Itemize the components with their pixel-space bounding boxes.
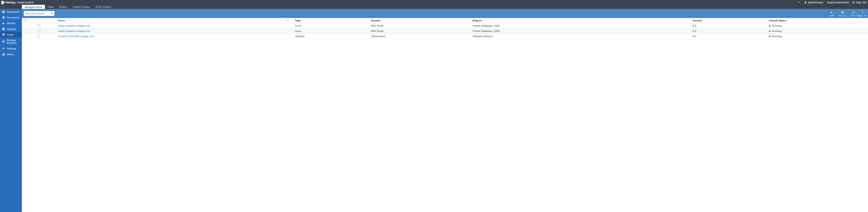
host-plugin: Oracle Database, UNIX	[470, 29, 690, 34]
sidebar-item-settings[interactable]: Settings	[0, 46, 22, 51]
sidebar-item-monitor[interactable]: Monitor	[0, 20, 22, 26]
status-dot-icon	[769, 36, 771, 37]
select-all-header[interactable]	[22, 18, 56, 23]
sidebar: DashboardResourcesMonitorReportsHostsSto…	[0, 5, 22, 212]
user-menu[interactable]: administrator	[804, 1, 824, 4]
help-icon[interactable]	[798, 2, 801, 3]
host-plugin: Oracle Database, UNIX	[470, 23, 690, 29]
tab-shares[interactable]: Shares	[57, 5, 70, 9]
refresh-label: Refresh	[850, 14, 857, 17]
tab-initiator-groups[interactable]: Initiator Groups	[70, 5, 93, 9]
host-version: 6.0	[690, 34, 767, 39]
caret-down-icon	[863, 14, 867, 18]
plus-icon	[830, 10, 834, 14]
filter-icon	[51, 12, 54, 15]
sidebar-item-label: Hosts	[7, 33, 13, 36]
host-status: Running	[767, 29, 868, 34]
tab-bar: Managed HostsDisksSharesInitiator Groups…	[22, 5, 868, 9]
search-input[interactable]	[24, 11, 50, 16]
column-version-header[interactable]: Version	[690, 18, 767, 23]
tab-disks[interactable]: Disks	[45, 5, 57, 9]
action-bar: Add Remove Refresh More	[22, 9, 868, 18]
brand-product: SnapCenter®	[17, 1, 33, 4]
table-row: ora01.solutions.netapp.comLinuxRAC NodeO…	[22, 23, 868, 29]
add-button[interactable]: Add	[826, 10, 837, 17]
host-system: RAC Node	[369, 23, 470, 29]
host-name-link[interactable]: ora01.solutions.netapp.com	[58, 24, 90, 27]
hosts-icon	[2, 33, 5, 36]
sidebar-item-reports[interactable]: Reports	[0, 26, 22, 32]
host-version: 6.0	[690, 29, 767, 34]
sidebar-item-storage[interactable]: Storage Systems	[0, 37, 22, 46]
row-checkbox[interactable]	[37, 24, 40, 27]
sidebar-item-label: Monitor	[7, 22, 16, 25]
table-row: ora02.solutions.netapp.comLinuxRAC NodeO…	[22, 29, 868, 34]
more-label: More	[858, 14, 863, 17]
sidebar-item-label: Reports	[7, 28, 16, 30]
sidebar-item-dashboard[interactable]: Dashboard	[0, 9, 22, 14]
remove-button: Remove	[837, 10, 848, 17]
sidebar-item-label: Settings	[7, 47, 17, 50]
host-system: RAC Node	[369, 29, 470, 34]
table-row: vcf-w01-scv6.sddc.netapp.comvSphereStand…	[22, 34, 868, 39]
host-name-link[interactable]: vcf-w01-scv6.sddc.netapp.com	[58, 35, 94, 38]
table-header-row: Name Type System Plug-in Version Overall…	[22, 18, 868, 23]
signout-button[interactable]: Sign Out	[852, 1, 867, 4]
content-area: Managed HostsDisksSharesInitiator Groups…	[22, 5, 868, 212]
column-status-header[interactable]: Overall Status	[767, 18, 868, 23]
row-checkbox[interactable]	[37, 35, 40, 37]
storage-icon	[2, 40, 5, 43]
search-group	[24, 11, 55, 16]
host-plugin: VMware vSphere	[470, 34, 690, 39]
status-dot-icon	[769, 25, 771, 27]
sidebar-item-label: Storage Systems	[7, 39, 20, 44]
column-name-header[interactable]: Name	[56, 18, 292, 23]
more-button[interactable]: More	[859, 9, 866, 18]
tab-iscsi-session[interactable]: iSCSI Session	[93, 5, 114, 9]
reports-icon	[2, 27, 5, 30]
user-label: administrator	[808, 1, 824, 4]
signout-label: Sign Out	[856, 1, 867, 4]
host-type: Linux	[293, 23, 369, 29]
host-type: Linux	[293, 29, 369, 34]
refresh-button: Refresh	[848, 10, 859, 17]
host-status: Running	[767, 23, 868, 29]
column-plugin-header[interactable]: Plug-in	[470, 18, 690, 23]
sidebar-item-alerts[interactable]: Alerts	[0, 51, 22, 57]
svg-point-0	[862, 10, 863, 10]
select-all-checkbox[interactable]	[24, 19, 27, 22]
monitor-icon	[2, 22, 5, 25]
filter-button[interactable]	[50, 11, 55, 16]
brand-company: NetApp	[6, 1, 16, 4]
status-dot-icon	[769, 30, 771, 32]
remove-label: Remove	[839, 14, 846, 17]
sidebar-item-label: Alerts	[7, 53, 13, 56]
alerts-icon	[2, 53, 5, 56]
host-system: Stand-alone	[369, 34, 470, 39]
sidebar-collapse-button[interactable]	[0, 5, 22, 9]
host-version: 6.0	[690, 23, 767, 29]
hosts-table: Name Type System Plug-in Version Overall…	[22, 18, 868, 39]
refresh-icon	[851, 10, 856, 14]
column-system-header[interactable]: System	[369, 18, 470, 23]
resources-icon	[2, 16, 5, 19]
settings-icon	[2, 47, 5, 50]
sidebar-item-label: Resources	[7, 16, 20, 19]
tab-managed-hosts[interactable]: Managed Hosts	[22, 5, 45, 9]
role-label[interactable]: SnapCenterAdmin	[827, 1, 849, 4]
trash-icon	[840, 10, 844, 14]
host-name-link[interactable]: ora02.solutions.netapp.com	[58, 30, 90, 32]
sidebar-item-hosts[interactable]: Hosts	[0, 32, 22, 37]
host-status: Running	[767, 34, 868, 39]
add-label: Add	[830, 14, 833, 17]
row-checkbox[interactable]	[37, 29, 40, 32]
top-right-group: administrator SnapCenterAdmin Sign Out	[792, 1, 867, 4]
brand: █◤ NetApp SnapCenter®	[1, 1, 33, 4]
sidebar-item-resources[interactable]: Resources	[0, 14, 22, 20]
column-type-header[interactable]: Type	[293, 18, 369, 23]
sidebar-item-label: Dashboard	[7, 10, 20, 13]
netapp-logo-icon: █◤	[1, 1, 5, 4]
dashboard-icon	[2, 10, 5, 13]
svg-point-2	[862, 12, 863, 13]
sort-asc-icon[interactable]	[286, 19, 289, 22]
